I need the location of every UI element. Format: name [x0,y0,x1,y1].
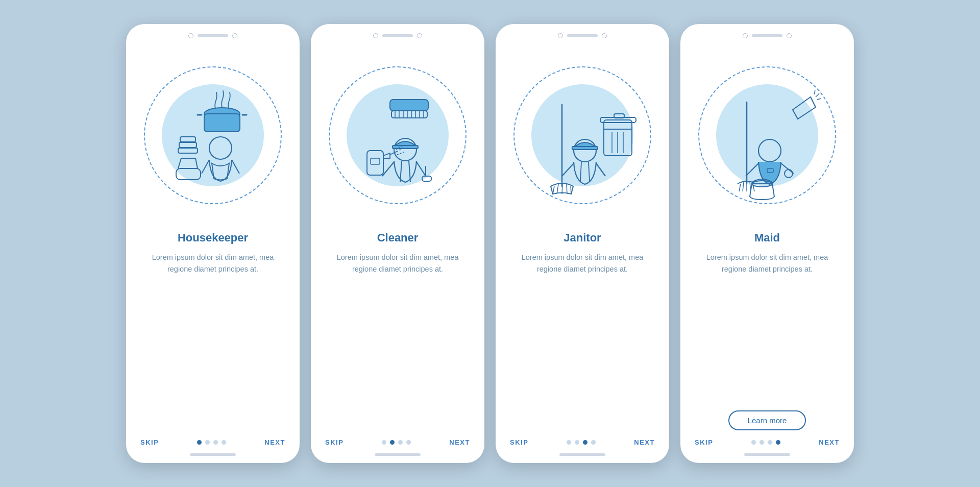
progress-dots-3 [567,440,596,445]
svg-line-61 [816,93,819,97]
janitor-svg [516,69,649,202]
phone-camera-6 [602,33,607,38]
housekeeper-svg [146,69,279,202]
home-bar [190,453,236,456]
illustration-housekeeper [126,43,300,227]
svg-rect-20 [391,111,427,118]
dot-3-3 [583,440,587,445]
dot-1-2 [382,440,386,445]
dot-3 [213,440,218,445]
phone-speaker [198,34,228,37]
phone-card-housekeeper: Housekeeper Lorem ipsum dolor sit dim am… [126,24,300,463]
dot-1 [197,440,202,445]
janitor-desc: Lorem ipsum dolor sit dim amet, mea regi… [496,252,669,433]
phone-camera-5 [558,33,563,38]
housekeeper-content: Housekeeper Lorem ipsum dolor sit dim am… [126,227,300,433]
svg-line-42 [571,186,571,194]
maid-title: Maid [742,231,792,245]
phone-top-bar [126,24,300,43]
maid-bottom-nav: SKIP NEXT [680,433,854,453]
svg-line-1 [202,160,209,174]
janitor-bottom-nav: SKIP NEXT [496,433,669,453]
learn-more-button[interactable]: Learn more [728,410,806,430]
svg-rect-5 [179,142,197,148]
phone-camera-8 [787,33,792,38]
janitor-title: Janitor [551,231,613,245]
phone-card-janitor: Janitor Lorem ipsum dolor sit dim amet, … [496,24,669,463]
svg-point-0 [209,137,232,159]
phone-speaker-4 [752,34,782,37]
svg-point-64 [785,169,793,178]
next-button[interactable]: NEXT [264,439,285,446]
dot-3-2 [398,440,403,445]
phone-camera2 [232,33,237,38]
svg-point-50 [758,139,781,162]
phone-speaker-2 [382,34,413,37]
svg-line-63 [814,90,815,94]
housekeeper-bottom-nav: SKIP NEXT [126,433,300,453]
skip-button-4[interactable]: SKIP [695,439,713,446]
dot-4-4 [776,440,780,445]
phone-camera [188,33,193,38]
phone-card-maid: Maid Lorem ipsum dolor sit dim amet, mea… [680,24,854,463]
phone-camera-3 [373,33,378,38]
home-bar-3 [559,453,605,456]
svg-line-16 [416,162,426,176]
next-button-2[interactable]: NEXT [449,439,470,446]
dot-1-3 [567,440,571,445]
cleaner-content: Cleaner Lorem ipsum dolor sit dim amet, … [311,227,484,433]
svg-line-2 [232,160,239,174]
phone-camera-7 [743,33,748,38]
svg-rect-12 [393,145,418,149]
phone-camera-4 [417,33,422,38]
svg-line-56 [743,182,744,191]
svg-rect-30 [422,176,431,181]
phone-top-bar-4 [680,24,854,43]
svg-line-53 [781,163,794,174]
svg-line-55 [739,184,741,191]
phone-card-cleaner: Cleaner Lorem ipsum dolor sit dim amet, … [311,24,484,463]
dot-3-4 [768,440,772,445]
maid-content: Maid Lorem ipsum dolor sit dim amet, mea… [680,227,854,433]
svg-line-40 [562,183,562,194]
cleaner-svg [331,69,464,202]
next-button-4[interactable]: NEXT [819,439,840,446]
cleaner-bottom-nav: SKIP NEXT [311,433,484,453]
dot-2 [205,440,210,445]
cleaner-desc: Lorem ipsum dolor sit dim amet, mea regi… [311,252,484,433]
skip-button-3[interactable]: SKIP [510,439,528,446]
illustration-cleaner [311,43,484,227]
svg-line-36 [596,163,605,176]
housekeeper-desc: Lorem ipsum dolor sit dim amet, mea regi… [126,252,300,433]
next-button-3[interactable]: NEXT [634,439,655,446]
janitor-content: Janitor Lorem ipsum dolor sit dim amet, … [496,227,669,433]
cleaner-title: Cleaner [365,231,431,245]
dot-1-4 [751,440,756,445]
maid-svg [701,69,834,202]
phone-top-bar-2 [311,24,484,43]
svg-line-15 [382,162,394,176]
svg-line-38 [553,186,554,194]
progress-dots-4 [751,440,780,445]
dot-2-2 [390,440,395,445]
svg-rect-3 [176,168,201,180]
cards-container: Housekeeper Lorem ipsum dolor sit dim am… [126,24,854,463]
svg-rect-32 [572,147,598,150]
housekeeper-title: Housekeeper [165,231,260,245]
skip-button[interactable]: SKIP [140,439,159,446]
dot-2-4 [760,440,764,445]
svg-line-62 [817,99,821,100]
skip-button-2[interactable]: SKIP [325,439,344,446]
dot-4 [222,440,226,445]
illustration-janitor [496,43,669,227]
home-bar-4 [744,453,790,456]
dot-2-3 [575,440,579,445]
maid-desc: Lorem ipsum dolor sit dim amet, mea regi… [680,252,854,403]
svg-line-33 [580,162,581,181]
svg-rect-19 [390,100,428,111]
svg-rect-18 [371,158,380,164]
svg-rect-17 [367,151,383,175]
dot-4-3 [591,440,596,445]
svg-line-41 [567,184,567,194]
progress-dots [197,440,226,445]
